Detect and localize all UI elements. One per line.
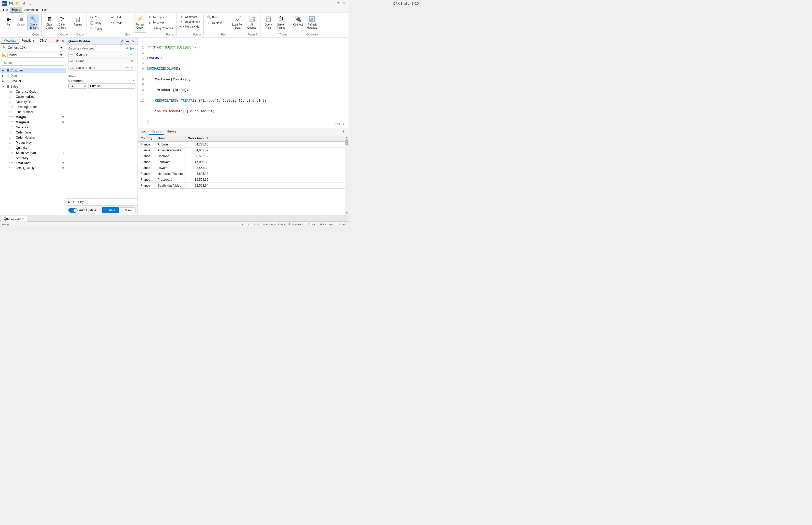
copy-label: Copy xyxy=(95,21,102,25)
menu-help[interactable]: Help xyxy=(40,7,50,12)
qb-order-by[interactable]: ▶ Order By xyxy=(66,198,138,206)
merge-xml-button[interactable]: </> Merge XML xyxy=(179,24,201,29)
tree-item-delivery-date[interactable]: 🗓 Delivery Date xyxy=(0,99,66,104)
all-queries-button[interactable]: 📑 AllQueries xyxy=(246,14,258,30)
qb-chip-sales-remove[interactable]: ✕ xyxy=(130,66,134,70)
toggle-switch[interactable] xyxy=(68,208,78,213)
code-content[interactable]: /* START QUERY BUILDER */ EVALUATE SUMMA… xyxy=(147,40,347,128)
results-minimize-btn[interactable]: — xyxy=(336,130,341,134)
menu-advanced[interactable]: Advanced xyxy=(22,7,40,12)
minimize-button[interactable]: — xyxy=(329,1,334,6)
search-input[interactable] xyxy=(2,60,64,65)
query-builder-panel: Query Builder 📌 — ✕ Columns / Measures ⊕… xyxy=(66,38,138,215)
tree-item-product[interactable]: ▶ ⊞ Product xyxy=(0,78,66,84)
tree-item-order-number[interactable]: 1²³ Order Number xyxy=(0,135,66,140)
maximize-button[interactable]: ☐ xyxy=(335,1,340,6)
run-button[interactable]: ▶ Run ▼ xyxy=(3,14,15,30)
qb-new-button[interactable]: ⊕ New xyxy=(125,46,136,50)
tree-item-sales-amount[interactable]: 1.2 Sales Amount ⊞ xyxy=(0,150,66,155)
refresh-metadata-button[interactable]: 🔄 RefreshMetadata xyxy=(305,14,319,30)
results-button[interactable]: 📊 Results ▼ xyxy=(72,14,84,30)
results-tab-log[interactable]: Log xyxy=(139,129,149,135)
format-query-button[interactable]: ⚡ FormatQuery ▼ xyxy=(134,14,146,33)
tree-item-total-quantity[interactable]: 1²³ Total Quantity ⊞ xyxy=(0,166,66,171)
database-select[interactable]: Contoso 10K ▼ xyxy=(6,45,64,50)
uncomment-button[interactable]: // Uncomment xyxy=(179,19,201,24)
menu-home[interactable]: Home xyxy=(10,7,22,13)
col-header-sales-amount[interactable]: Sales Amount xyxy=(185,135,211,142)
results-tab-history[interactable]: History xyxy=(164,129,179,135)
qb-filter-value[interactable] xyxy=(88,84,136,89)
undo-button[interactable]: ↩ Undo xyxy=(109,15,130,20)
tree-item-customerkey[interactable]: 1²³ CustomerKey xyxy=(0,94,66,99)
tree-item-margin[interactable]: 1.2 Margin ⊞ xyxy=(0,115,66,120)
tab-metadata[interactable]: Metadata xyxy=(1,38,19,44)
scroll-down-icon[interactable]: ▼ xyxy=(345,211,349,215)
save-quick-btn[interactable]: 💾 xyxy=(8,1,13,6)
qb-reset-button[interactable]: Reset xyxy=(120,207,136,213)
query-plan-label: QueryPlan xyxy=(265,23,272,29)
model-select[interactable]: Model ▼ xyxy=(7,52,64,58)
tree-item-margin-pct[interactable]: 1.2 Margin % ⊞ xyxy=(0,120,66,125)
tab-dmv[interactable]: DMV xyxy=(37,38,49,44)
qb-update-button[interactable]: Update xyxy=(102,207,119,213)
menu-file[interactable]: File xyxy=(1,7,10,12)
tree-item-customer[interactable]: ▶ ⊞ Customer xyxy=(0,68,66,73)
find-button[interactable]: 🔍 Find xyxy=(205,15,226,20)
cut-button[interactable]: ✂ Cut xyxy=(89,15,109,20)
results-settings-btn[interactable]: ⚙ xyxy=(342,130,347,134)
load-perf-data-button[interactable]: 📈 Load PerfData xyxy=(230,14,245,30)
query-plan-button[interactable]: 📋 QueryPlan xyxy=(262,14,274,30)
server-timings-button[interactable]: ⏱ ServerTimings xyxy=(275,14,287,30)
code-editor[interactable]: 123456 789101112 /* START QUERY BUILDER … xyxy=(138,38,349,128)
file-tab-query1[interactable]: Query1.dax* ✕ xyxy=(1,216,27,222)
tree-item-net-price[interactable]: 1.2 Net Price xyxy=(0,125,66,130)
clear-on-run-button[interactable]: ⟳ Clearon Run xyxy=(56,14,67,30)
tree-item-storekey[interactable]: 1²³ StoreKey xyxy=(0,155,66,161)
tree-item-exchange-rate[interactable]: 1.2 Exchange Rate xyxy=(0,104,66,109)
col-header-brand[interactable]: Brand xyxy=(155,135,185,142)
tab-functions[interactable]: Functions xyxy=(19,38,37,44)
query-builder-button[interactable]: 🔧 QueryBuilder xyxy=(28,14,39,30)
qb-min-btn[interactable]: — xyxy=(125,39,130,43)
panel-close-btn[interactable]: ✕ xyxy=(60,39,65,43)
vert-scrollbar[interactable]: ▲ ▼ xyxy=(345,135,349,215)
redo-button[interactable]: ↪ Redo xyxy=(109,20,130,26)
open-quick-btn[interactable]: 📂 xyxy=(15,1,20,6)
debug-commas-button[interactable]: , Debug Commas xyxy=(147,25,174,31)
to-lower-button[interactable]: a To Lower xyxy=(147,20,174,25)
close-button[interactable]: ✕ xyxy=(341,1,347,6)
comment-button[interactable]: // Comment xyxy=(179,15,201,19)
qb-filter-operator[interactable]: Is Is Not Contains xyxy=(68,84,87,89)
qb-close-btn[interactable]: ✕ xyxy=(131,39,136,43)
to-upper-button[interactable]: A To Upper xyxy=(147,15,174,20)
tree-item-total-cost[interactable]: 1.2 Total Cost ⊞ xyxy=(0,161,66,166)
qb-filter-continent-remove[interactable]: ✕ xyxy=(132,79,136,83)
qb-pin-btn[interactable]: 📌 xyxy=(120,39,124,43)
scroll-up-icon[interactable]: ▲ xyxy=(345,135,349,139)
scroll-thumb[interactable] xyxy=(346,139,349,146)
col-header-country[interactable]: Country xyxy=(138,135,155,142)
tree-item-productkey[interactable]: 1²³ ProductKey xyxy=(0,140,66,145)
panel-pin-btn[interactable]: 📌 xyxy=(55,39,59,43)
tree-item-line-number[interactable]: 1²³ Line Number xyxy=(0,109,66,115)
tree-item-currency-code[interactable]: Aℓ Currency Code xyxy=(0,89,66,94)
qb-chip-sales-edit[interactable]: ✏ xyxy=(125,66,129,70)
replace-button[interactable]: ↔ Replace xyxy=(205,20,226,26)
results-tab-results[interactable]: Results xyxy=(149,129,164,135)
clear-cache-button[interactable]: 🗑 ClearCache xyxy=(44,14,55,30)
qb-chip-country-remove[interactable]: ✕ xyxy=(130,52,134,56)
paste-button[interactable]: 📄 Paste xyxy=(89,26,109,31)
settings-quick-btn[interactable]: ☼ xyxy=(28,1,33,6)
copy-button[interactable]: 📋 Copy xyxy=(89,20,109,26)
tree-item-date[interactable]: ▶ ⊞ Date xyxy=(0,73,66,78)
tree-item-quantity[interactable]: 1²³ Quantity xyxy=(0,145,66,150)
qb-chip-brand-remove[interactable]: ✕ xyxy=(130,59,134,63)
print-quick-btn[interactable]: 🖨 xyxy=(21,1,27,6)
results-table-container[interactable]: Country Brand Sales Amount France A. Dat… xyxy=(138,135,345,215)
cancel-button[interactable]: ⏹ Cancel xyxy=(15,14,27,27)
connect-button[interactable]: 🔌 Connect xyxy=(291,14,304,27)
tree-item-sales[interactable]: ▼ ⊞ Sales xyxy=(0,84,66,89)
tree-item-order-date[interactable]: 🗓 Order Date xyxy=(0,130,66,135)
file-tab-close[interactable]: ✕ xyxy=(22,217,25,221)
